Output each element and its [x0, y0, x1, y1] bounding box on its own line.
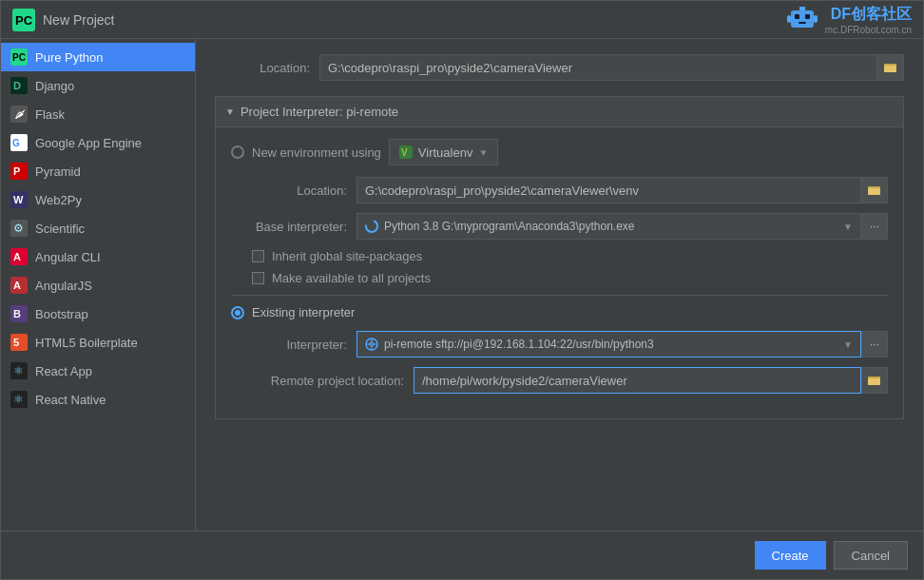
svg-rect-6	[799, 7, 805, 10]
sidebar-item-html5[interactable]: 5 HTML5 Boilerplate	[1, 328, 195, 357]
sidebar-item-react-native[interactable]: ⚛ React Native	[1, 385, 195, 414]
sidebar-item-react-app[interactable]: ⚛ React App	[1, 357, 195, 385]
svg-text:A: A	[13, 280, 21, 291]
sidebar-label-web2py: Web2Py	[35, 193, 82, 207]
base-interp-settings-button[interactable]: ···	[861, 213, 888, 240]
svg-rect-8	[814, 15, 818, 23]
interpreter-settings-button[interactable]: ···	[861, 331, 888, 358]
sidebar-item-angularjs[interactable]: A AngularJS	[1, 271, 195, 300]
sidebar-item-flask[interactable]: 🌶 Flask	[1, 100, 195, 128]
react-app-icon: ⚛	[10, 362, 28, 379]
sidebar-item-scientific[interactable]: ⚙ Scientific	[1, 214, 195, 242]
chevron-down-icon: ▼	[478, 147, 488, 158]
existing-interp-radio[interactable]	[231, 306, 244, 319]
sidebar-label-react-app: React App	[35, 364, 92, 378]
angularjs-icon: A	[10, 277, 28, 294]
angular-cli-icon: A	[10, 248, 28, 265]
sidebar-item-pyramid[interactable]: P Pyramid	[1, 157, 195, 185]
section-body: New environment using V Virtualenv ▼	[216, 127, 903, 418]
sidebar-label-angularjs: AngularJS	[35, 279, 92, 293]
inherit-label: Inherit global site-packages	[272, 249, 422, 263]
sidebar-label-angular-cli: Angular CLI	[35, 250, 101, 264]
location-row: Location:	[215, 54, 904, 81]
bootstrap-icon: B	[10, 305, 28, 322]
base-interp-value: Python 3.8 G:\myprogram\Anaconda3\python…	[384, 220, 635, 233]
remote-location-browse-button[interactable]	[861, 367, 888, 394]
sidebar-label-html5: HTML5 Boilerplate	[35, 336, 138, 350]
venv-location-label: Location:	[252, 184, 347, 198]
svg-rect-47	[868, 378, 880, 385]
sidebar-item-web2py[interactable]: W Web2Py	[1, 185, 195, 214]
react-native-icon: ⚛	[10, 391, 28, 408]
location-browse-button[interactable]	[877, 54, 904, 81]
sidebar-label-flask: Flask	[35, 107, 65, 122]
existing-interp-label: Existing interpreter	[252, 305, 355, 319]
svg-text:PC: PC	[12, 52, 26, 63]
svg-text:A: A	[13, 251, 21, 262]
django-icon: D	[10, 77, 28, 94]
interpreter-label: Interpreter:	[252, 338, 347, 352]
base-interp-select[interactable]: Python 3.8 G:\myprogram\Anaconda3\python…	[356, 213, 861, 240]
pi-remote-icon	[365, 338, 378, 351]
df-brand-sub: mc.DFRobot.com.cn	[825, 25, 912, 35]
separator	[231, 295, 888, 296]
bottom-bar: Create Cancel	[1, 531, 923, 579]
svg-text:W: W	[13, 194, 24, 205]
svg-rect-41	[868, 188, 880, 195]
main-panel: Location: ▼ Proje	[196, 39, 923, 531]
svg-rect-37	[884, 64, 889, 66]
create-button[interactable]: Create	[755, 541, 826, 570]
new-env-row: New environment using V Virtualenv ▼	[231, 139, 888, 165]
section-header[interactable]: ▼ Project Interpreter: pi-remote	[216, 97, 903, 127]
collapse-icon: ▼	[225, 106, 235, 117]
remote-location-input[interactable]	[414, 367, 861, 394]
svg-text:G: G	[12, 138, 20, 148]
svg-text:5: 5	[13, 337, 19, 348]
base-interp-chevron: ▼	[843, 222, 853, 232]
base-interp-label: Base interpreter:	[252, 220, 347, 234]
interpreter-value: pi-remote sftp://pi@192.168.1.104:22/usr…	[384, 338, 654, 351]
flask-icon: 🌶	[10, 106, 28, 123]
df-logo: DF创客社区 mc.DFRobot.com.cn	[785, 3, 912, 37]
inherit-checkbox[interactable]	[252, 250, 264, 262]
sidebar-label-scientific: Scientific	[35, 222, 85, 236]
svg-rect-2	[791, 10, 814, 28]
virtualenv-dropdown[interactable]: V Virtualenv ▼	[389, 139, 498, 165]
existing-interp-row: Existing interpreter	[231, 305, 888, 319]
venv-location-input[interactable]	[356, 177, 861, 203]
venv-settings: Location:	[252, 177, 888, 285]
location-input[interactable]	[319, 54, 877, 81]
interpreter-select[interactable]: pi-remote sftp://pi@192.168.1.104:22/usr…	[356, 331, 861, 358]
new-env-radio[interactable]	[231, 145, 244, 159]
svg-text:🌶: 🌶	[14, 108, 25, 120]
sidebar-item-django[interactable]: D Django	[1, 71, 195, 100]
svg-text:V: V	[401, 147, 408, 158]
sidebar-item-angular-cli[interactable]: A Angular CLI	[1, 242, 195, 271]
svg-text:PC: PC	[15, 13, 33, 28]
html5-icon: 5	[10, 334, 28, 351]
sidebar-label-django: Django	[35, 79, 74, 93]
project-type-sidebar: PC Pure Python D Django 🌶 Flask	[1, 39, 196, 531]
sidebar-item-google-app-engine[interactable]: G Google App Engine	[1, 128, 195, 157]
sidebar-label-pyramid: Pyramid	[35, 164, 81, 179]
scientific-icon: ⚙	[10, 220, 28, 237]
svg-text:⚙: ⚙	[13, 222, 24, 235]
existing-interp-settings: Interpreter: pi-remote sftp	[252, 331, 888, 394]
available-checkbox[interactable]	[252, 272, 264, 284]
title-bar: PC New Project DF创客社区 mc.DFRobot.com.cn	[1, 1, 923, 39]
sidebar-item-bootstrap[interactable]: B Bootstrap	[1, 300, 195, 328]
venv-location-row: Location:	[252, 177, 888, 203]
web2py-icon: W	[10, 191, 28, 208]
df-brand-text: DF创客社区 mc.DFRobot.com.cn	[825, 5, 912, 35]
pyramid-icon: P	[10, 163, 28, 180]
sidebar-label-pure-python: Pure Python	[35, 50, 104, 65]
svg-text:P: P	[13, 165, 20, 177]
sidebar-item-pure-python[interactable]: PC Pure Python	[1, 43, 195, 71]
svg-rect-4	[805, 14, 810, 19]
svg-text:D: D	[13, 80, 21, 91]
virtualenv-icon: V	[399, 145, 413, 159]
location-input-group	[319, 54, 904, 81]
venv-browse-button[interactable]	[861, 177, 888, 203]
cancel-button[interactable]: Cancel	[834, 541, 908, 570]
section-title: Project Interpreter: pi-remote	[241, 105, 398, 119]
